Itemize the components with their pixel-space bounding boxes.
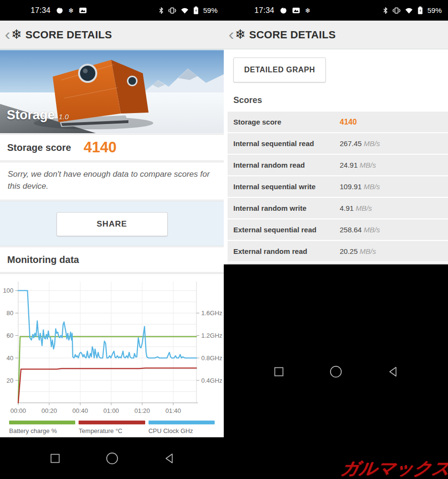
svg-text:01:20: 01:20 [135, 407, 150, 414]
row-unit: MB/s [360, 161, 376, 169]
row-unit: MB/s [364, 139, 380, 148]
table-row: Storage score4140 [228, 112, 448, 132]
legend-item: Battery charge % [9, 421, 75, 434]
table-row: External random read20.25MB/s [228, 241, 448, 262]
row-label: External sequential read [233, 219, 316, 240]
page-title: SCORE DETAILS [25, 29, 112, 41]
status-left-icons: 17:34 ❄ [254, 6, 310, 15]
share-button[interactable]: SHARE [57, 212, 168, 236]
row-value: 109.91MB/s [340, 176, 380, 197]
home-button[interactable] [105, 452, 119, 465]
row-value: 258.64MB/s [340, 219, 380, 240]
app-header: ‹ ❄ SCORE DETAILS [0, 21, 224, 49]
svg-text:40: 40 [7, 354, 13, 362]
score-value: 4140 [83, 139, 116, 156]
status-right-icons: 59% [159, 6, 218, 14]
row-unit: MB/s [360, 247, 376, 255]
snowflake-notification-icon: ❄ [305, 7, 311, 14]
status-bar: 17:34 ❄ 59% [224, 0, 448, 21]
fire-notification-icon [56, 7, 63, 14]
fire-notification-icon [280, 7, 287, 14]
svg-text:0.4GHz: 0.4GHz [201, 377, 222, 384]
legend-label: Battery charge % [9, 427, 75, 434]
table-row: Internal sequential read267.45MB/s [228, 133, 448, 154]
battery-icon [193, 6, 199, 14]
status-bar: 17:34 ❄ 59% [0, 0, 224, 21]
row-label: Internal random read [233, 155, 305, 175]
benchmark-snowflake-icon: ❄ [11, 28, 22, 41]
screenshot-pair: 17:34 ❄ 59% ‹ ❄ SCORE DETAILS [0, 0, 448, 479]
storage-score-card: Storage score 4140 [0, 134, 224, 161]
svg-text:0.8GHz: 0.8GHz [201, 354, 222, 362]
android-nav-bar [224, 264, 448, 479]
svg-text:100: 100 [3, 287, 13, 294]
row-label: Storage score [233, 112, 281, 132]
table-row: Internal sequential write109.91MB/s [228, 176, 448, 197]
table-row: External sequential read258.64MB/s [228, 219, 448, 240]
monitoring-chart: 00:0000:2000:4001:0001:2001:402040608010… [0, 276, 224, 418]
scores-table: Storage score4140Internal sequential rea… [228, 112, 448, 264]
status-left-icons: 17:34 ❄ [31, 6, 87, 15]
svg-text:01:00: 01:00 [103, 407, 119, 414]
svg-text:20: 20 [7, 377, 13, 384]
chart-legend: Battery charge %Temperature °CCPU Clock … [0, 421, 224, 434]
score-label: Storage score [7, 142, 71, 153]
back-button[interactable] [387, 365, 399, 378]
legend-label: CPU Clock GHz [149, 427, 215, 434]
benchmark-snowflake-icon: ❄ [235, 28, 246, 41]
status-time: 17:34 [31, 6, 51, 15]
bluetooth-icon [383, 7, 388, 14]
table-row: Internal random write4.91MB/s [228, 198, 448, 218]
svg-text:00:20: 00:20 [41, 407, 57, 414]
legend-color-bar [9, 421, 75, 424]
recents-button[interactable] [273, 365, 285, 378]
recents-button[interactable] [49, 452, 61, 465]
row-unit: MB/s [364, 226, 380, 234]
row-value: 24.91MB/s [340, 155, 376, 175]
snowflake-notification-icon: ❄ [69, 7, 74, 14]
svg-text:60: 60 [7, 332, 13, 339]
row-value: 4140 [340, 112, 357, 132]
hero-caption: Storage 1.0 [7, 108, 69, 123]
status-right-icons: 59% [383, 6, 442, 14]
hero-image: Storage 1.0 [0, 49, 224, 133]
row-label: External random read [233, 241, 307, 262]
vibrate-icon [168, 7, 176, 14]
row-value: 267.45MB/s [340, 133, 380, 154]
row-value: 4.91MB/s [340, 198, 372, 218]
back-button[interactable] [163, 452, 175, 465]
monitoring-data-title: Monitoring data [0, 247, 224, 273]
row-label: Internal random write [233, 198, 307, 218]
svg-text:1.2GHz: 1.2GHz [201, 332, 222, 339]
row-unit: MB/s [356, 204, 372, 212]
android-nav-bar [0, 437, 224, 479]
benchmark-version: 1.0 [59, 113, 69, 121]
share-section: SHARE [0, 201, 224, 246]
table-row: Internal random read24.91MB/s [228, 155, 448, 175]
legend-item: Temperature °C [79, 421, 145, 434]
wifi-icon [405, 7, 413, 14]
screenshot-notification-icon [79, 7, 87, 14]
benchmark-name: Storage [7, 108, 55, 123]
detailed-graph-button[interactable]: DETAILED GRAPH [233, 57, 326, 82]
bluetooth-icon [159, 7, 164, 14]
vibrate-icon [392, 7, 401, 14]
row-value: 109.88MB/s [340, 262, 380, 264]
row-label: Internal sequential read [233, 133, 314, 154]
legend-item: CPU Clock GHz [149, 421, 215, 434]
svg-text:1.6GHz: 1.6GHz [201, 309, 222, 317]
home-button[interactable] [329, 365, 343, 378]
garumax-watermark: ガルマックス [339, 456, 448, 479]
svg-text:80: 80 [7, 309, 13, 317]
monitoring-chart-card: 00:0000:2000:4001:0001:2001:402040608010… [0, 274, 224, 437]
table-row: External sequential write109.88MB/s [228, 262, 448, 264]
left-screenshot: 17:34 ❄ 59% ‹ ❄ SCORE DETAILS [0, 0, 224, 479]
battery-percent: 59% [427, 6, 442, 14]
app-header: ‹ ❄ SCORE DETAILS [224, 21, 448, 49]
notice-text: Sorry, we don't have enough data to comp… [8, 169, 216, 192]
legend-label: Temperature °C [79, 427, 145, 434]
row-value: 20.25MB/s [340, 241, 376, 262]
right-screenshot: 17:34 ❄ 59% ‹ ❄ SCORE DETAILS DETAILED G… [224, 0, 448, 479]
battery-percent: 59% [203, 6, 218, 14]
legend-color-bar [79, 421, 145, 424]
